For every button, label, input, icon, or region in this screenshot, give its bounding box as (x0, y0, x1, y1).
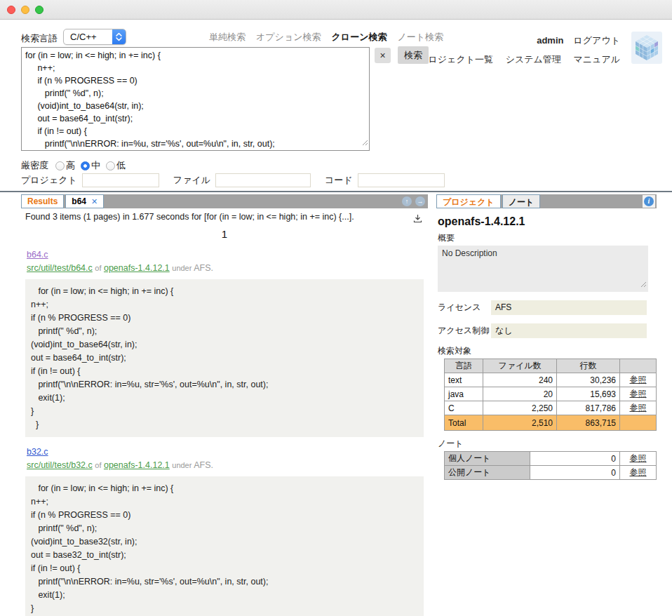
result-file-link[interactable]: b32.c (27, 447, 48, 457)
results-tabbar: Results b64✕ ↑ → (21, 194, 428, 208)
page-number[interactable]: 1 (21, 228, 428, 240)
result-path-link[interactable]: src/util/test/b64.c (27, 263, 93, 273)
refer-link[interactable]: 参照 (630, 389, 647, 399)
table-row-total: Total 2,510 863,715 (445, 415, 657, 431)
close-tab-icon[interactable]: ✕ (91, 197, 98, 206)
tab-clone-search[interactable]: クローン検索 (332, 31, 387, 43)
col-file-count: ファイル数 (483, 359, 557, 373)
radio-icon (55, 161, 65, 170)
window-titlebar (0, 0, 672, 20)
radio-checked-icon (81, 161, 90, 170)
file-filter-label: ファイル (173, 174, 210, 187)
code-filter-label: コード (325, 174, 353, 187)
language-select[interactable]: C/C++ (63, 29, 126, 45)
search-mode-tabs: 単純検索 オプション検索 クローン検索 ノート検索 (209, 31, 443, 43)
pane-divider (0, 191, 672, 192)
results-panel: Results b64✕ ↑ → Found 3 items (1 pages)… (21, 194, 428, 616)
textarea-resize-handle[interactable] (640, 280, 647, 290)
strictness-row: 厳密度 高 中 低 (21, 159, 131, 172)
project-tabbar: プロジェクト ノート i (436, 194, 657, 208)
project-list-link[interactable]: プロジェクト一覧 (419, 54, 493, 65)
file-filter-input[interactable] (215, 173, 311, 187)
result-item-b64: b64.c src/util/test/b64.c of openafs-1.4… (21, 240, 428, 437)
col-refer (620, 359, 657, 373)
tab-simple-search[interactable]: 単純検索 (209, 31, 246, 43)
download-icon[interactable] (413, 213, 422, 226)
result-project-link[interactable]: openafs-1.4.12.1 (104, 460, 170, 470)
project-description-box[interactable]: No Description (438, 246, 648, 292)
search-language-label: 検索言語 (21, 32, 58, 45)
result-file-link[interactable]: b64.c (27, 250, 48, 260)
info-button[interactable]: i (643, 195, 655, 208)
table-row-public-note: 公開ノート 0 参照 (445, 466, 657, 480)
result-project-link[interactable]: openafs-1.4.12.1 (104, 263, 170, 273)
table-row-personal-note: 個人ノート 0 参照 (445, 452, 657, 466)
result-code-snippet: for (in = low; in <= high; in += inc) { … (25, 476, 424, 616)
search-button[interactable]: 検索 (398, 46, 429, 64)
notes-label: ノート (438, 438, 657, 450)
system-admin-link[interactable]: システム管理 (506, 54, 561, 65)
app-logo-cube-icon (631, 32, 662, 64)
username-label: admin (537, 35, 563, 46)
table-row-text: text 240 30,236 参照 (445, 373, 657, 387)
strictness-low-radio[interactable]: 低 (106, 159, 126, 172)
logout-link[interactable]: ログアウト (573, 35, 620, 46)
col-language: 言語 (445, 359, 483, 373)
project-panel: プロジェクト ノート i openafs-1.4.12.1 概要 No Desc… (436, 194, 657, 480)
select-stepper-icon (112, 29, 126, 44)
next-page-icon[interactable]: → (415, 196, 425, 206)
radio-icon (106, 161, 115, 170)
result-license-label: AFS. (194, 263, 213, 273)
table-row-java: java 20 15,693 参照 (445, 387, 657, 401)
summary-label: 概要 (438, 232, 657, 244)
code-filter-input[interactable] (358, 173, 445, 187)
app-window: 検索言語 C/C++ 単純検索 オプション検索 クローン検索 ノート検索 adm… (0, 0, 672, 616)
minimize-window-icon[interactable] (21, 6, 29, 14)
tab-b64[interactable]: b64✕ (65, 194, 104, 208)
language-select-value: C/C++ (64, 32, 112, 42)
result-license-label: AFS. (194, 460, 213, 470)
account-area: adminログアウト プロジェクト一覧 システム管理 マニュアル (409, 34, 620, 66)
strictness-label: 厳密度 (21, 159, 48, 172)
project-filter-label: プロジェクト (21, 174, 77, 187)
result-path-link[interactable]: src/util/test/b32.c (27, 460, 93, 470)
notes-table: 個人ノート 0 参照 公開ノート 0 参照 (444, 451, 657, 480)
refer-link[interactable]: 参照 (630, 453, 647, 463)
results-summary: Found 3 items (1 pages) in 1.677 seconds… (25, 212, 354, 222)
refer-link[interactable]: 参照 (630, 375, 647, 384)
tab-option-search[interactable]: オプション検索 (256, 31, 321, 43)
license-label: ライセンス (438, 302, 491, 314)
tab-results[interactable]: Results (21, 194, 64, 208)
zoom-window-icon[interactable] (35, 6, 43, 14)
strictness-medium-radio[interactable]: 中 (81, 159, 100, 172)
refer-link[interactable]: 参照 (630, 467, 647, 477)
clear-query-button[interactable]: × (375, 48, 391, 63)
access-control-value: なし (491, 323, 647, 338)
col-line-count: 行数 (557, 359, 620, 373)
project-filter-input[interactable] (82, 173, 159, 187)
table-row-c: C 2,250 817,786 参照 (445, 401, 657, 415)
tab-project[interactable]: プロジェクト (436, 194, 501, 208)
access-control-label: アクセス制御 (438, 325, 491, 337)
info-icon: i (644, 196, 654, 206)
search-target-label: 検索対象 (438, 345, 657, 357)
project-title: openafs-1.4.12.1 (438, 215, 657, 228)
result-code-snippet: for (in = low; in <= high; in += inc) { … (25, 279, 424, 437)
tab-note[interactable]: ノート (502, 194, 541, 208)
license-value: AFS (491, 300, 647, 315)
query-code-textarea[interactable]: for (in = low; in <= high; in += inc) { … (21, 47, 370, 151)
scroll-top-icon[interactable]: ↑ (402, 196, 412, 206)
language-stats-table: 言語 ファイル数 行数 text 240 30,236 参照 java 20 1… (444, 359, 657, 431)
result-item-b32: b32.c src/util/test/b32.c of openafs-1.4… (21, 437, 428, 616)
refer-link[interactable]: 参照 (630, 403, 647, 413)
manual-link[interactable]: マニュアル (573, 54, 620, 65)
close-window-icon[interactable] (7, 6, 15, 14)
filter-row: プロジェクト ファイル コード (21, 173, 445, 187)
strictness-high-radio[interactable]: 高 (55, 159, 75, 172)
